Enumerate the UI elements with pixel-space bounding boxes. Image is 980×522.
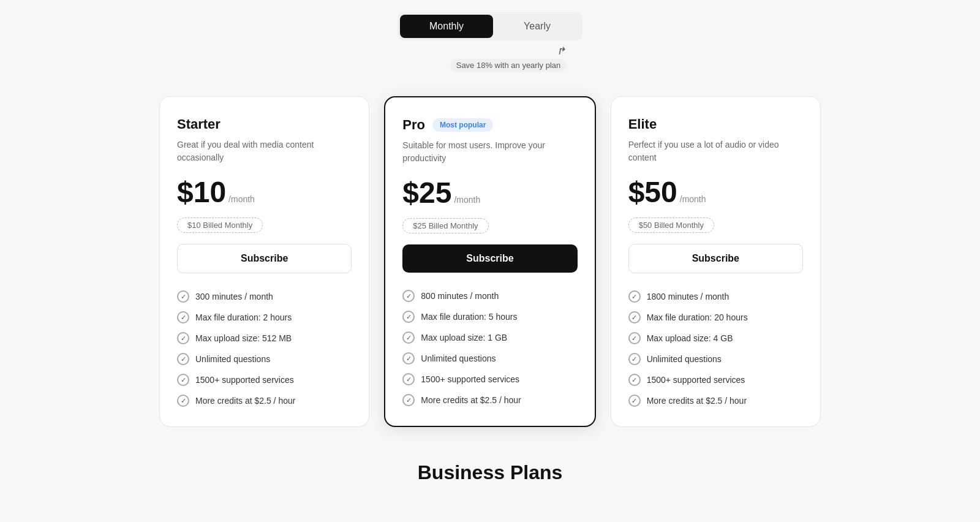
feature-text: Max upload size: 4 GB <box>647 333 733 343</box>
most-popular-badge: Most popular <box>432 118 493 132</box>
feature-text: Unlimited questions <box>195 354 270 364</box>
subscribe-button-starter[interactable]: Subscribe <box>177 244 352 273</box>
business-plans-title: Business Plans <box>0 461 980 484</box>
check-icon: ✓ <box>177 290 189 303</box>
features-list: ✓ 300 minutes / month ✓ Max file duratio… <box>177 290 352 407</box>
plan-description: Great if you deal with media content occ… <box>177 138 352 164</box>
price-period: /month <box>454 195 480 205</box>
subscribe-button-pro[interactable]: Subscribe <box>402 244 577 273</box>
feature-text: Unlimited questions <box>647 354 722 364</box>
check-icon: ✓ <box>628 290 641 303</box>
feature-text: Max file duration: 5 hours <box>421 312 517 322</box>
check-icon: ✓ <box>628 374 641 386</box>
plan-header: Pro Most popular <box>402 117 577 133</box>
billing-toggle-section: Monthly Yearly ↱ Save 18% with an yearly… <box>398 12 582 72</box>
check-icon: ✓ <box>402 290 415 302</box>
feature-item: ✓ Max file duration: 5 hours <box>402 311 577 323</box>
price-period: /month <box>680 194 706 204</box>
features-list: ✓ 1800 minutes / month ✓ Max file durati… <box>628 290 803 407</box>
check-icon: ✓ <box>402 394 415 406</box>
plan-name: Starter <box>177 116 221 132</box>
feature-text: Max upload size: 512 MB <box>195 333 292 343</box>
feature-item: ✓ Max file duration: 2 hours <box>177 311 352 323</box>
price-amount: $50 <box>628 175 677 209</box>
feature-text: Max file duration: 2 hours <box>195 312 292 322</box>
feature-text: Unlimited questions <box>421 354 496 363</box>
feature-item: ✓ Max file duration: 20 hours <box>628 311 803 323</box>
feature-text: Max file duration: 20 hours <box>647 312 748 322</box>
check-icon: ✓ <box>628 332 641 344</box>
save-hint-wrapper: ↱ Save 18% with an yearly plan <box>450 44 567 72</box>
check-icon: ✓ <box>177 332 189 344</box>
check-icon: ✓ <box>177 353 189 365</box>
plan-name: Elite <box>628 116 657 132</box>
save-hint-text: Save 18% with an yearly plan <box>450 59 567 72</box>
price-amount: $10 <box>177 175 226 209</box>
billing-label: $10 Billed Monthly <box>177 218 263 233</box>
check-icon: ✓ <box>628 353 641 365</box>
feature-text: 1500+ supported services <box>195 375 294 385</box>
feature-item: ✓ Unlimited questions <box>628 353 803 365</box>
check-icon: ✓ <box>177 395 189 407</box>
plan-header: Starter <box>177 116 352 132</box>
yearly-toggle-button[interactable]: Yearly <box>494 15 580 38</box>
feature-text: 1800 minutes / month <box>647 292 729 301</box>
billing-label: $50 Billed Monthly <box>628 218 714 233</box>
feature-item: ✓ Unlimited questions <box>177 353 352 365</box>
feature-item: ✓ Unlimited questions <box>402 352 577 365</box>
feature-text: 300 minutes / month <box>195 292 273 301</box>
feature-text: More credits at $2.5 / hour <box>195 396 295 406</box>
check-icon: ✓ <box>402 352 415 365</box>
feature-item: ✓ More credits at $2.5 / hour <box>402 394 577 406</box>
check-icon: ✓ <box>628 311 641 323</box>
price-amount: $25 <box>402 176 451 210</box>
feature-item: ✓ 800 minutes / month <box>402 290 577 302</box>
feature-item: ✓ 300 minutes / month <box>177 290 352 303</box>
feature-item: ✓ More credits at $2.5 / hour <box>628 395 803 407</box>
price-row: $50 /month <box>628 175 803 209</box>
feature-item: ✓ 1500+ supported services <box>177 374 352 386</box>
feature-item: ✓ Max upload size: 1 GB <box>402 331 577 344</box>
check-icon: ✓ <box>402 331 415 344</box>
feature-item: ✓ 1800 minutes / month <box>628 290 803 303</box>
plan-card-starter: Starter Great if you deal with media con… <box>159 96 369 427</box>
subscribe-button-elite[interactable]: Subscribe <box>628 244 803 273</box>
feature-text: 1500+ supported services <box>647 375 745 385</box>
plan-card-elite: Elite Perfect if you use a lot of audio … <box>611 96 821 427</box>
price-period: /month <box>228 194 255 204</box>
feature-item: ✓ More credits at $2.5 / hour <box>177 395 352 407</box>
feature-text: 800 minutes / month <box>421 291 499 301</box>
feature-text: More credits at $2.5 / hour <box>647 396 747 406</box>
plan-name: Pro <box>402 117 425 133</box>
feature-item: ✓ 1500+ supported services <box>628 374 803 386</box>
check-icon: ✓ <box>402 373 415 385</box>
feature-text: Max upload size: 1 GB <box>421 333 507 342</box>
arrow-icon: ↱ <box>556 44 568 58</box>
business-plans-section: Business Plans <box>0 461 980 484</box>
feature-text: More credits at $2.5 / hour <box>421 395 521 405</box>
billing-label: $25 Billed Monthly <box>402 218 488 233</box>
billing-toggle: Monthly Yearly <box>398 12 582 40</box>
features-list: ✓ 800 minutes / month ✓ Max file duratio… <box>402 290 577 406</box>
feature-text: 1500+ supported services <box>421 374 519 384</box>
plan-card-pro: Pro Most popular Suitable for most users… <box>384 96 595 427</box>
feature-item: ✓ 1500+ supported services <box>402 373 577 385</box>
feature-item: ✓ Max upload size: 512 MB <box>177 332 352 344</box>
price-row: $10 /month <box>177 175 352 209</box>
check-icon: ✓ <box>402 311 415 323</box>
plans-container: Starter Great if you deal with media con… <box>123 96 858 427</box>
plan-description: Perfect if you use a lot of audio or vid… <box>628 138 803 164</box>
price-row: $25 /month <box>402 176 577 210</box>
plan-description: Suitable for most users. Improve your pr… <box>402 139 577 165</box>
feature-item: ✓ Max upload size: 4 GB <box>628 332 803 344</box>
plan-header: Elite <box>628 116 803 132</box>
check-icon: ✓ <box>177 374 189 386</box>
check-icon: ✓ <box>628 395 641 407</box>
monthly-toggle-button[interactable]: Monthly <box>400 15 493 38</box>
check-icon: ✓ <box>177 311 189 323</box>
